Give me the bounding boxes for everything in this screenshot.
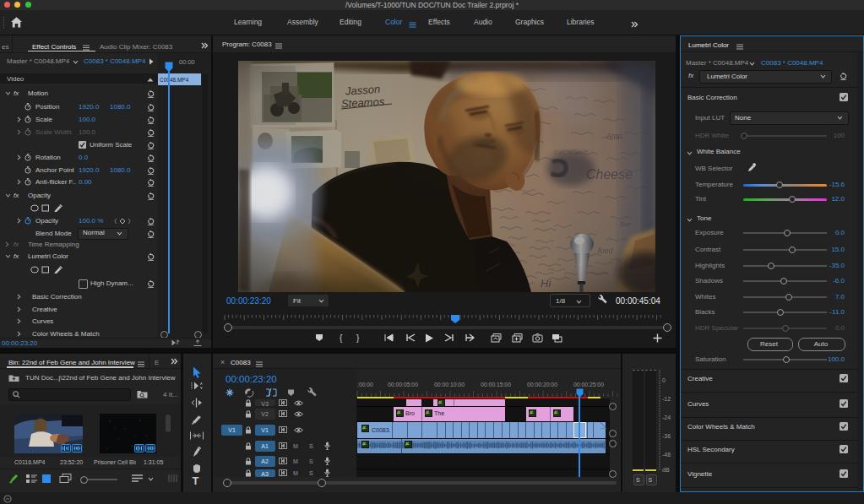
svg-text:{: { — [340, 333, 343, 343]
svg-text:}: } — [356, 333, 360, 343]
